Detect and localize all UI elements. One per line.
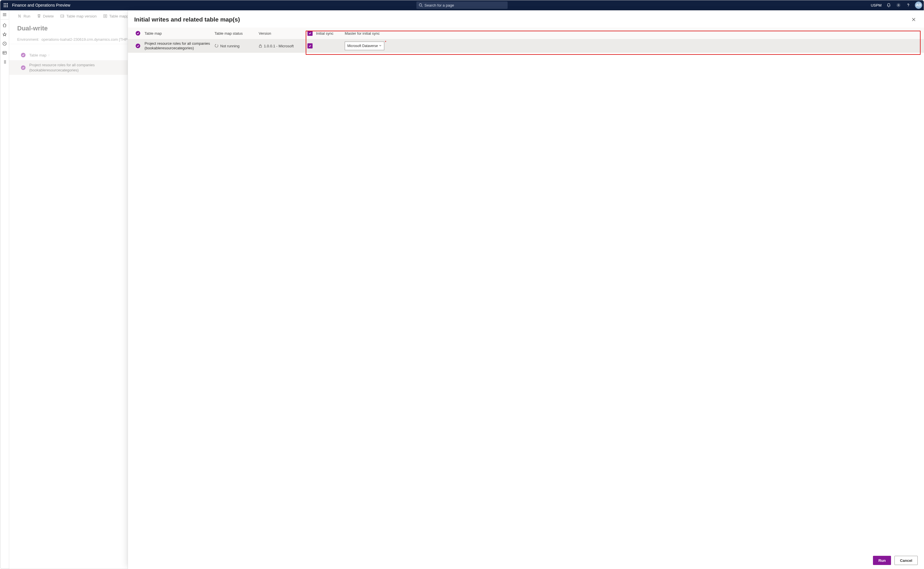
table-map-version-label: Table map version xyxy=(66,14,97,18)
panel-row-version: 1.0.0.1 - Microsoft xyxy=(259,44,306,48)
panel-cancel-button[interactable]: Cancel xyxy=(894,556,918,565)
svg-rect-4 xyxy=(5,5,6,6)
recent-icon[interactable] xyxy=(1,40,9,48)
panel-run-label: Run xyxy=(878,558,886,563)
svg-point-11 xyxy=(898,5,899,6)
panel-run-button[interactable]: Run xyxy=(873,556,891,565)
list-column-title: Table map xyxy=(29,53,46,57)
global-search[interactable]: Search for a page xyxy=(416,2,508,9)
sort-ascending-icon: ↑ xyxy=(48,53,50,57)
initial-sync-row-checkbox[interactable] xyxy=(307,43,313,49)
svg-text:123: 123 xyxy=(61,15,64,17)
topbar-right: USPM AD xyxy=(871,1,922,9)
home-icon[interactable] xyxy=(1,21,9,29)
col-header-master: Master for initial sync xyxy=(343,31,921,35)
app-title: Finance and Operations Preview xyxy=(12,3,70,8)
search-placeholder: Search for a page xyxy=(424,3,454,8)
list-column-header[interactable]: Table map ↑ xyxy=(29,53,50,57)
panel-row-status-text: Not running xyxy=(220,44,239,48)
col-header-table-map: Table map xyxy=(144,31,214,35)
environment-value: operations-tsahal2-230619.crm.dynamics.c… xyxy=(42,37,134,42)
panel-header: Initial writes and related table map(s) xyxy=(128,10,924,27)
workspaces-icon[interactable] xyxy=(1,49,9,57)
svg-rect-7 xyxy=(5,6,6,7)
svg-rect-2 xyxy=(7,3,8,4)
delete-button[interactable]: Delete xyxy=(34,13,57,20)
panel-title: Initial writes and related table map(s) xyxy=(134,16,240,23)
close-panel-button[interactable] xyxy=(910,15,918,23)
svg-point-9 xyxy=(419,4,422,6)
search-icon xyxy=(419,3,423,7)
panel-footer: Run Cancel xyxy=(128,552,924,569)
company-code[interactable]: USPM xyxy=(871,3,881,8)
modules-icon[interactable] xyxy=(1,58,9,66)
svg-rect-1 xyxy=(5,3,6,4)
panel-row-map: Project resource roles for all companies… xyxy=(144,41,214,51)
hamburger-icon[interactable] xyxy=(1,11,9,20)
svg-rect-34 xyxy=(259,46,261,48)
favorites-icon[interactable] xyxy=(1,30,9,38)
panel-row-map-line2: (bookableresourcecategories) xyxy=(144,46,212,50)
master-for-initial-sync-dropdown[interactable]: Microsoft Dataverse * xyxy=(345,42,384,50)
topbar: Finance and Operations Preview Search fo… xyxy=(0,0,924,10)
panel-select-all-icon[interactable] xyxy=(136,31,140,35)
required-asterisk: * xyxy=(385,40,386,44)
row-text: Project resource roles for all companies… xyxy=(29,62,95,73)
master-dropdown-cell: Microsoft Dataverse * xyxy=(343,42,921,50)
environment-label: Environment: xyxy=(17,37,39,42)
svg-rect-0 xyxy=(4,3,5,4)
run-label: Run xyxy=(24,14,30,18)
panel-table: Table map Table map status Version Initi… xyxy=(128,27,924,53)
svg-rect-5 xyxy=(7,5,8,6)
panel-cancel-label: Cancel xyxy=(900,558,912,563)
row-line2: (bookableresourcecategories) xyxy=(29,68,95,73)
svg-rect-6 xyxy=(4,6,5,7)
close-icon xyxy=(912,17,916,21)
col-header-initial-sync: Initial sync xyxy=(314,31,343,35)
svg-point-12 xyxy=(908,6,909,7)
chevron-down-icon xyxy=(379,44,382,48)
table-map-version-button[interactable]: 123 Table map version xyxy=(57,13,100,20)
row-check-icon[interactable] xyxy=(21,65,26,70)
row-line1: Project resource roles for all companies xyxy=(29,63,95,67)
svg-rect-17 xyxy=(3,51,6,54)
lock-icon xyxy=(259,44,262,48)
panel-table-header: Table map Table map status Version Initi… xyxy=(128,27,924,39)
svg-line-10 xyxy=(422,6,423,7)
master-dropdown-value: Microsoft Dataverse xyxy=(347,44,378,48)
left-rail xyxy=(0,10,9,569)
panel-table-row: Project resource roles for all companies… xyxy=(128,39,924,53)
panel-row-check-icon[interactable] xyxy=(136,44,140,48)
select-all-check-icon[interactable] xyxy=(21,53,26,57)
notifications-icon[interactable] xyxy=(884,1,893,9)
initial-writes-panel: Initial writes and related table map(s) … xyxy=(128,10,924,569)
panel-row-sync: Microsoft Dataverse * xyxy=(306,42,921,50)
settings-icon[interactable] xyxy=(894,1,903,9)
panel-row-map-line1: Project resource roles for all companies xyxy=(144,41,210,46)
app-launcher-icon[interactable] xyxy=(2,1,10,9)
col-header-sync: Initial sync Master for initial sync xyxy=(306,31,921,36)
delete-label: Delete xyxy=(43,14,54,18)
col-header-version: Version xyxy=(259,31,306,35)
status-not-running-icon xyxy=(214,44,219,48)
col-header-status: Table map status xyxy=(214,31,259,35)
initial-sync-header-checkbox[interactable] xyxy=(307,31,313,36)
svg-rect-8 xyxy=(7,6,8,7)
table-mappings-label: Table mappi xyxy=(109,14,129,18)
panel-row-version-text: 1.0.0.1 - Microsoft xyxy=(264,44,294,48)
user-avatar[interactable]: AD xyxy=(915,2,922,9)
svg-rect-3 xyxy=(4,5,5,6)
help-icon[interactable] xyxy=(904,1,913,9)
panel-row-status: Not running xyxy=(214,44,259,48)
run-button[interactable]: Run xyxy=(14,13,33,20)
